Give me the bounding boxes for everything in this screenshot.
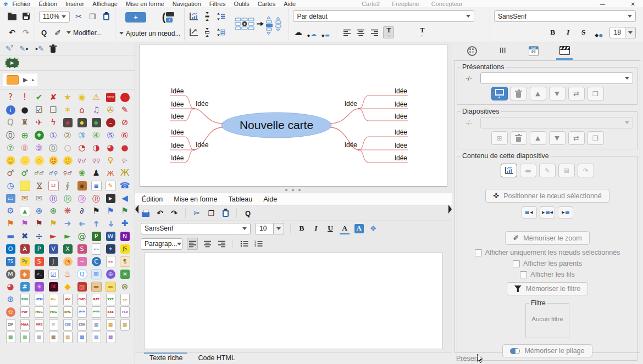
paste-format-button[interactable]: ●✎ [35,44,44,53]
checkbox-icon[interactable] [520,271,527,278]
man-icon[interactable]: ♂ [3,167,18,180]
add-child-node-button[interactable]: + [125,12,146,23]
bomb-icon[interactable]: ● [18,104,32,116]
flag-maroon-icon[interactable]: ⚑ [32,217,46,230]
division-icon[interactable]: ÷ [32,230,46,243]
plus-circle-icon[interactable]: ⊕ [18,129,32,142]
browser-icon[interactable]: ◕ [3,281,18,293]
markup-file-icon[interactable]: <> [118,293,132,306]
note-font-family-select[interactable]: SansSerif [141,223,251,234]
avi-file-icon[interactable]: AVI [60,293,75,306]
splitter-handle[interactable]: ● ● ● [135,187,452,193]
no-entry-icon[interactable]: – [118,91,132,104]
zoom-select[interactable]: 110% [39,11,70,23]
note-align-left-button[interactable] [187,238,198,250]
note-tab[interactable]: Texte riche [149,354,182,364]
quicktime-icon[interactable]: Q [75,268,89,281]
slide-select[interactable] [480,117,633,128]
delete-presentation-button[interactable] [511,87,527,100]
add-node-dropdown[interactable]: Ajouter un nœud... [119,30,180,37]
flower-icon[interactable]: ❀ [75,167,89,180]
tab-calendar[interactable]: MAR21 [525,46,542,60]
lo-calc2-file-icon[interactable]: ▦ [18,331,32,344]
number-1-icon[interactable]: ① [46,129,60,142]
edit-note-icon[interactable]: ✎ [103,180,118,192]
bee-icon[interactable]: Ж [118,167,132,180]
smiley-sad-icon[interactable]: ☹ [60,154,75,167]
font-size-select[interactable]: 18 [609,27,636,38]
move-slide-down-button[interactable]: ▼ [549,131,566,145]
tsv-file-icon[interactable]: TSV [118,306,132,318]
menu-item[interactable]: Affichage [92,1,118,7]
bold-button[interactable]: B [548,27,558,38]
child-node-label[interactable]: Idée [395,113,408,120]
traffic-red-icon[interactable]: ● [60,116,75,129]
beachball-icon[interactable]: ◔ [60,255,75,268]
arrow-left-icon[interactable]: ➜ [75,217,89,230]
revision-magenta-icon[interactable]: Ⓡ [75,192,89,205]
image-icon[interactable]: ▲ [18,205,32,217]
stop-icon[interactable]: STOP [103,91,118,104]
modify-dropdown[interactable]: Modifier... [66,29,102,37]
message-icon[interactable]: ✉ [89,268,103,281]
mail-icon[interactable]: ✉ [32,192,46,205]
plus-icon[interactable]: ✚ [118,217,132,230]
question-icon[interactable]: ? [3,91,18,104]
align-center-button[interactable] [356,27,365,38]
decrease-spacing-button[interactable] [202,11,212,22]
layout-transform-button[interactable] [234,15,285,35]
tab-style[interactable] [464,46,480,60]
triangle-red-icon[interactable]: ► [46,230,60,243]
sort-outline-button[interactable] [216,27,226,38]
note-font-size-select[interactable]: 10 [255,223,284,234]
web-page-icon[interactable]: HTM [32,293,46,306]
arrow-right-icon[interactable]: ➜ [60,217,75,230]
number-0-icon[interactable]: ⓪ [3,129,18,142]
knitting-icon[interactable]: ~ [75,255,89,268]
smiley-neutral-icon[interactable]: – [18,154,32,167]
menu-item[interactable]: Filtres [209,1,226,7]
number-8-icon[interactable]: ⑧ [18,142,32,154]
move-presentation-up-button[interactable]: ▲ [530,87,546,100]
ms-onenote-icon[interactable]: N [118,230,132,243]
clock-icon[interactable]: ◷ [3,180,18,192]
new-slide-button[interactable]: ⊞ [491,131,508,145]
magic-wand-icon[interactable]: ✶ [60,104,75,116]
flag-yellow-icon[interactable]: ⚑ [46,217,60,230]
menu-item[interactable]: Édition [38,1,57,7]
javascript-icon[interactable]: JS [118,243,132,255]
bat-file-icon[interactable]: BAT [89,293,103,306]
odg-file-icon[interactable]: ▦ [89,318,103,331]
pencil-icon[interactable]: ✎ [118,104,132,116]
note-cut-button[interactable]: ✂ [192,208,202,219]
add-summary-node-button[interactable]: ( + [162,12,175,23]
format-painter-button[interactable]: ✎? [5,44,13,53]
ods-gold-file-icon[interactable]: ▦ [118,318,132,331]
women-group-icon[interactable]: ♀♀ [89,154,103,167]
note-menu-item[interactable]: Tableau [228,195,252,203]
xml-file-icon[interactable]: <> [103,255,118,268]
penguin-icon[interactable]: ♟ [89,167,103,180]
menu-item[interactable]: Aide [284,1,296,7]
redo-button[interactable]: ↷ [21,27,31,38]
note-underline-button[interactable]: U [325,223,335,234]
tab-properties[interactable]: ☰ [495,46,511,60]
number-4-icon[interactable]: ④ [89,129,103,142]
briefcase-icon[interactable]: ▪ [75,180,89,192]
swift-icon[interactable]: S [32,255,46,268]
presentation-select[interactable] [480,72,633,84]
progress-50-icon[interactable]: ◑ [89,142,103,154]
note-tab[interactable]: Code HTML [198,354,235,364]
arrow-down-icon[interactable]: ➜ [103,217,118,230]
collapse-left-handle[interactable] [135,205,138,214]
flash-icon[interactable]: ϟ [46,116,60,129]
paperclip-icon[interactable]: ∮ [60,180,75,192]
exe-file-icon[interactable]: EXE [103,306,118,318]
font-family-select[interactable]: SansSerif [494,10,636,22]
smiley-angry-icon[interactable]: ☹ [46,154,60,167]
child-node-label[interactable]: Idée [171,113,184,120]
sketch-icon[interactable]: ◆ [60,281,75,293]
share-green-icon[interactable]: ✳ [118,268,132,281]
search-button[interactable]: Q [39,27,49,38]
at-icon[interactable]: @ [75,230,89,243]
